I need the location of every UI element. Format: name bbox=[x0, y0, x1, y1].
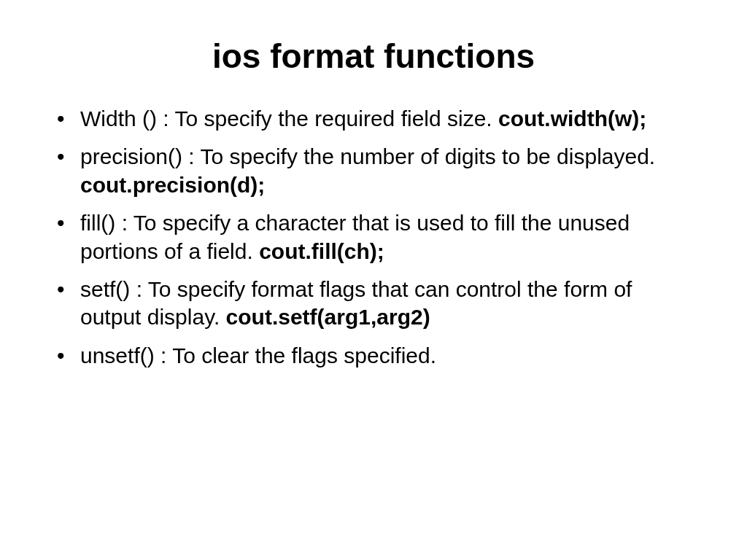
bullet-description: precision() : To specify the number of d… bbox=[80, 144, 655, 168]
bullet-description: unsetf() : To clear the flags specified. bbox=[80, 343, 436, 368]
bullet-code: cout.precision(d); bbox=[80, 173, 265, 197]
slide-title: ios format functions bbox=[51, 36, 696, 76]
list-item: Width () : To specify the required field… bbox=[51, 105, 696, 133]
bullet-code: cout.width(w); bbox=[498, 106, 646, 131]
list-item: unsetf() : To clear the flags specified. bbox=[51, 342, 696, 370]
bullet-list: Width () : To specify the required field… bbox=[51, 105, 696, 370]
bullet-code: cout.setf(arg1,arg2) bbox=[226, 305, 430, 329]
bullet-code: cout.fill(ch); bbox=[259, 239, 384, 263]
bullet-description: Width () : To specify the required field… bbox=[80, 106, 498, 131]
list-item: setf() : To specify format flags that ca… bbox=[51, 276, 696, 332]
list-item: fill() : To specify a character that is … bbox=[51, 209, 696, 265]
list-item: precision() : To specify the number of d… bbox=[51, 143, 696, 199]
